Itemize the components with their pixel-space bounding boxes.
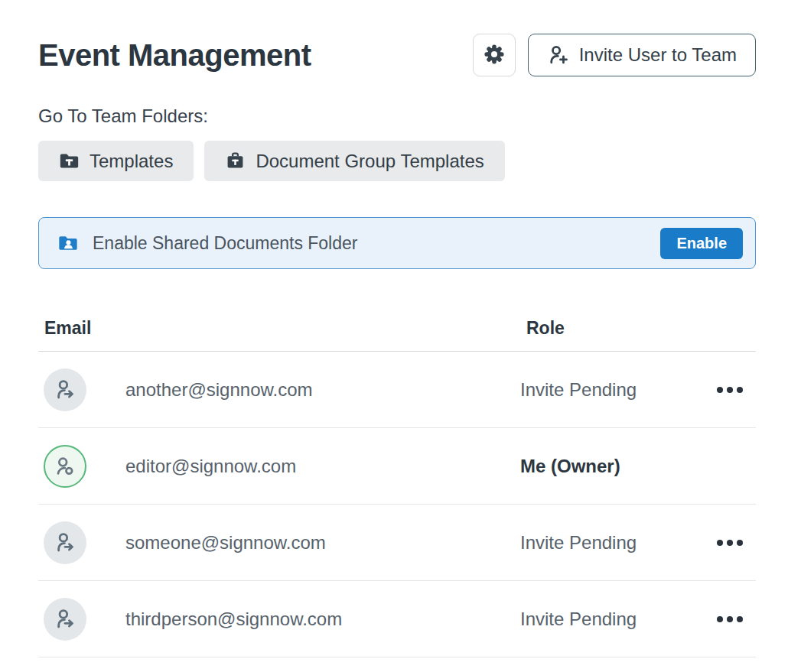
shared-documents-banner: Enable Shared Documents Folder Enable <box>38 217 756 269</box>
page-header: Event Management <box>38 34 756 76</box>
templates-folder-button-label: Templates <box>90 151 173 172</box>
member-role: Invite Pending <box>520 379 704 401</box>
row-menu-button[interactable] <box>714 381 746 399</box>
person-arrow-icon <box>54 378 77 401</box>
invite-user-button[interactable]: Invite User to Team <box>528 34 756 76</box>
shared-folder-icon <box>57 232 79 254</box>
member-email: someone@signnow.com <box>109 532 520 554</box>
kebab-menu-icon <box>717 387 723 393</box>
email-column-header: Email <box>44 318 526 339</box>
member-email: another@signnow.com <box>109 379 520 401</box>
invite-pending-avatar <box>44 521 86 564</box>
table-row: someone@signnow.com Invite Pending <box>38 505 756 581</box>
table-row: editor@signnow.com Me (Owner) <box>38 428 756 505</box>
person-arrow-icon <box>54 531 77 554</box>
table-row: thirdperson@signnow.com Invite Pending <box>38 581 756 657</box>
person-arrow-icon <box>54 607 77 631</box>
table-header: Email Role <box>38 307 756 352</box>
page-title: Event Management <box>38 38 311 73</box>
member-role: Me (Owner) <box>520 456 704 477</box>
team-management-page: Event Management <box>38 34 756 657</box>
template-folder-icon <box>59 151 80 171</box>
member-role: Invite Pending <box>520 609 704 630</box>
member-email: thirdperson@signnow.com <box>109 609 520 630</box>
document-group-templates-button-label: Document Group Templates <box>256 151 484 172</box>
team-members-table: Email Role another@signnow.com Invite Pe… <box>38 307 756 657</box>
team-folders-buttons: Templates Document Group Templates <box>38 141 756 181</box>
kebab-menu-icon <box>717 616 723 622</box>
invite-user-button-label: Invite User to Team <box>579 44 737 66</box>
kebab-menu-icon <box>717 540 723 546</box>
template-briefcase-icon <box>225 151 246 171</box>
settings-button[interactable] <box>473 34 516 76</box>
owner-avatar <box>44 445 86 488</box>
header-actions: Invite User to Team <box>473 34 756 76</box>
document-group-templates-button[interactable]: Document Group Templates <box>204 141 504 181</box>
gear-icon <box>482 42 506 69</box>
invite-pending-avatar <box>44 598 86 641</box>
enable-shared-folder-button[interactable]: Enable <box>660 228 743 259</box>
table-row: another@signnow.com Invite Pending <box>38 352 756 428</box>
person-owner-icon <box>54 455 77 478</box>
templates-folder-button[interactable]: Templates <box>38 141 194 181</box>
member-email: editor@signnow.com <box>109 456 520 477</box>
shared-documents-banner-text: Enable Shared Documents Folder <box>93 233 660 254</box>
row-menu-button[interactable] <box>714 534 746 552</box>
member-role: Invite Pending <box>520 532 704 554</box>
invite-pending-avatar <box>44 368 86 411</box>
row-menu-button[interactable] <box>714 610 746 628</box>
role-column-header: Role <box>526 318 756 339</box>
team-folders-label: Go To Team Folders: <box>38 106 756 127</box>
person-plus-icon <box>547 44 570 67</box>
